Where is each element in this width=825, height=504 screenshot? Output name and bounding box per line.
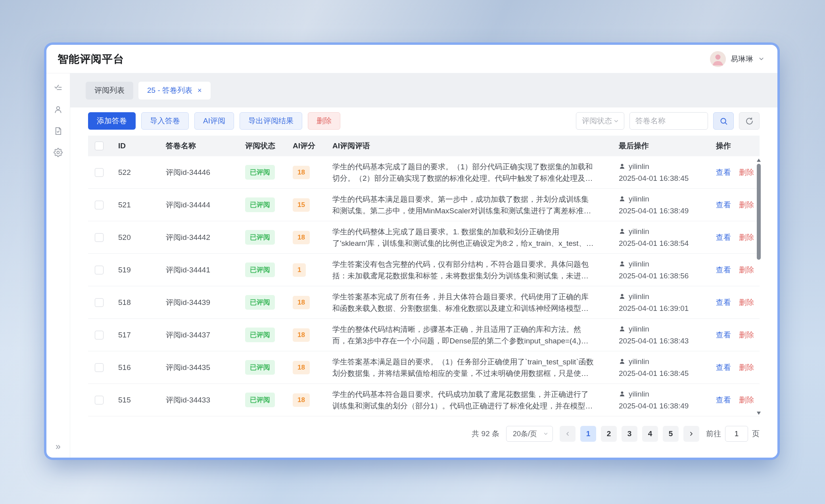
row-name: 评阅id-34441	[158, 265, 237, 275]
row-lastop: yilinlin 2025-04-01 16:38:43	[611, 323, 708, 347]
checklist-icon[interactable]	[54, 84, 63, 93]
view-link[interactable]: 查看	[716, 330, 731, 340]
row-name: 评阅id-34437	[158, 330, 237, 340]
status-select[interactable]: 评阅状态	[576, 112, 624, 130]
view-link[interactable]: 查看	[716, 395, 731, 405]
page-button-4[interactable]: 4	[642, 426, 658, 442]
row-id: 522	[110, 168, 158, 177]
tab-review-list[interactable]: 评阅列表	[86, 82, 133, 100]
row-id: 517	[110, 331, 158, 339]
table-row: 517 评阅id-34437 已评阅 18 学生的整体代码结构清晰，步骤基本正确…	[88, 319, 760, 351]
row-checkbox[interactable]	[95, 298, 104, 307]
delete-link[interactable]: 删除	[739, 265, 754, 275]
person-icon	[619, 261, 625, 267]
delete-link[interactable]: 删除	[739, 362, 754, 373]
page-size-value: 20条/页	[513, 429, 537, 439]
row-checkbox[interactable]	[95, 201, 104, 209]
row-timestamp: 2025-04-01 16:38:45	[619, 368, 708, 379]
row-checkbox[interactable]	[95, 363, 104, 372]
gear-icon[interactable]	[54, 148, 63, 157]
score-badge: 18	[293, 393, 310, 407]
row-checkbox[interactable]	[95, 266, 104, 274]
delete-link[interactable]: 删除	[739, 200, 754, 210]
sidebar-expand-icon[interactable]: »	[56, 442, 61, 451]
view-link[interactable]: 查看	[716, 232, 731, 243]
view-link[interactable]: 查看	[716, 167, 731, 178]
view-link[interactable]: 查看	[716, 297, 731, 308]
table-scrollbar[interactable]	[756, 159, 761, 415]
page-size-select[interactable]: 20条/页	[506, 426, 553, 442]
row-timestamp: 2025-04-01 16:38:56	[619, 270, 708, 282]
delete-link[interactable]: 删除	[739, 297, 754, 308]
row-name: 评阅id-34444	[158, 200, 237, 210]
close-icon[interactable]: ×	[198, 86, 202, 95]
person-icon	[619, 358, 625, 365]
content-panel: 添加答卷 导入答卷 AI评阅 导出评阅结果 删除 评阅状态	[70, 107, 777, 458]
status-badge: 已评阅	[245, 197, 275, 212]
name-search-input[interactable]	[629, 112, 708, 130]
page-button-1[interactable]: 1	[580, 426, 596, 442]
magnifier-icon	[719, 117, 728, 125]
status-badge: 已评阅	[245, 230, 275, 245]
view-link[interactable]: 查看	[716, 362, 731, 373]
avatar	[710, 51, 726, 67]
row-checkbox[interactable]	[95, 233, 104, 242]
user-icon[interactable]	[54, 105, 63, 114]
row-id: 515	[110, 396, 158, 404]
export-results-button[interactable]: 导出评阅结果	[240, 112, 302, 130]
scroll-up-icon[interactable]	[757, 159, 761, 162]
refresh-button[interactable]	[739, 112, 760, 130]
goto-label: 前往	[706, 429, 721, 439]
view-link[interactable]: 查看	[716, 200, 731, 210]
row-id: 520	[110, 233, 158, 242]
person-icon	[619, 228, 625, 235]
user-menu[interactable]: 易琳琳	[710, 51, 765, 67]
row-operator: yilinlin	[629, 291, 649, 303]
row-name: 评阅id-34435	[158, 362, 237, 373]
scrollbar-thumb[interactable]	[757, 164, 761, 260]
scroll-down-icon[interactable]	[757, 412, 761, 415]
row-lastop: yilinlin 2025-04-01 16:38:56	[611, 258, 708, 282]
search-button[interactable]	[713, 112, 734, 130]
goto-page-input[interactable]	[725, 426, 748, 442]
import-answer-button[interactable]: 导入答卷	[141, 112, 189, 130]
score-badge: 18	[293, 166, 310, 179]
document-check-icon[interactable]	[54, 126, 63, 136]
status-badge: 已评阅	[245, 393, 275, 407]
delete-link[interactable]: 删除	[739, 167, 754, 178]
view-link[interactable]: 查看	[716, 265, 731, 275]
delete-link[interactable]: 删除	[739, 232, 754, 243]
col-status: 评阅状态	[237, 141, 285, 151]
page-button-3[interactable]: 3	[622, 426, 637, 442]
row-checkbox[interactable]	[95, 396, 104, 404]
row-lastop: yilinlin 2025-04-01 16:38:45	[611, 161, 708, 184]
score-badge: 1	[293, 263, 306, 277]
row-checkbox[interactable]	[95, 168, 104, 177]
score-badge: 15	[293, 198, 310, 212]
status-badge: 已评阅	[245, 263, 275, 277]
table-header: ID 答卷名称 评阅状态 AI评分 AI评阅评语 最后操作 操作	[88, 136, 760, 156]
app-header: 智能评阅平台 易琳琳	[46, 45, 777, 73]
row-checkbox[interactable]	[95, 331, 104, 339]
select-all-checkbox[interactable]	[95, 142, 104, 150]
page-button-2[interactable]: 2	[601, 426, 617, 442]
next-page-button[interactable]	[683, 426, 699, 442]
delete-link[interactable]: 删除	[739, 330, 754, 340]
table-body: 522 评阅id-34446 已评阅 18 学生的代码基本完成了题目的要求。（1…	[88, 156, 760, 416]
prev-page-button[interactable]	[560, 426, 576, 442]
row-comment: 学生的代码基本符合题目要求。代码成功加载了鸢尾花数据集，并正确进行了训练集和测试…	[324, 389, 611, 412]
delete-button[interactable]: 删除	[308, 112, 340, 130]
user-name: 易琳琳	[731, 54, 753, 64]
col-id: ID	[110, 142, 158, 150]
sidebar: »	[46, 73, 70, 458]
row-timestamp: 2025-04-01 16:39:01	[619, 303, 708, 314]
person-icon	[619, 293, 625, 300]
ai-review-button[interactable]: AI评阅	[194, 112, 234, 130]
page-buttons: 1 2 3 4 5	[560, 426, 699, 442]
page-button-5[interactable]: 5	[663, 426, 679, 442]
tab-answer-list[interactable]: 25 - 答卷列表 ×	[138, 82, 211, 100]
chevron-down-icon	[613, 118, 619, 124]
delete-link[interactable]: 删除	[739, 395, 754, 405]
add-answer-button[interactable]: 添加答卷	[88, 112, 136, 130]
row-comment: 学生的代码基本满足题目要求。第一步中，成功加载了数据，并划分成训练集和测试集。第…	[324, 194, 611, 217]
